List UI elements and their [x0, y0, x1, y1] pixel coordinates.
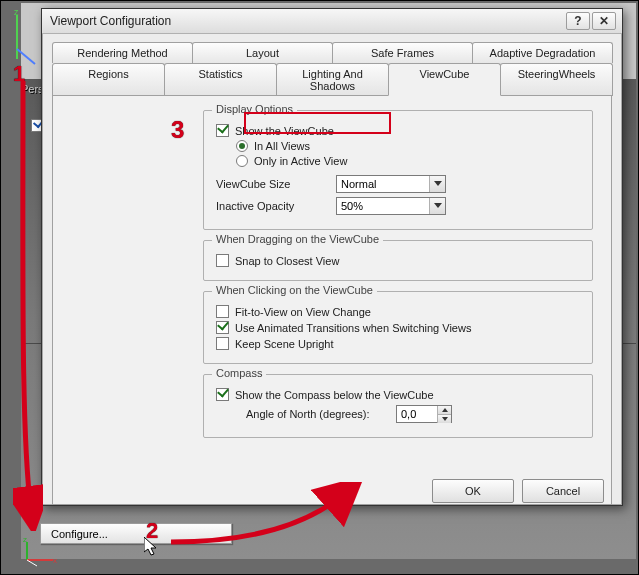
combo-viewcube-size[interactable]: Normal — [336, 175, 446, 193]
combo-viewcube-size-value: Normal — [341, 178, 376, 190]
legend-dragging: When Dragging on the ViewCube — [212, 233, 383, 245]
legend-display-options: Display Options — [212, 103, 297, 115]
spinner-angle-north[interactable]: 0,0 — [396, 405, 452, 423]
chevron-down-icon — [429, 176, 445, 192]
tab-safe-frames[interactable]: Safe Frames — [332, 42, 473, 63]
label-inactive-opacity: Inactive Opacity — [216, 200, 336, 212]
radio-in-all-views[interactable] — [236, 140, 248, 152]
radio-only-active-view[interactable] — [236, 155, 248, 167]
checkbox-show-compass[interactable] — [216, 388, 229, 401]
group-dragging: When Dragging on the ViewCube Snap to Cl… — [203, 240, 593, 281]
checkbox-fit-to-view[interactable] — [216, 305, 229, 318]
label-fit-to-view: Fit-to-View on View Change — [235, 306, 371, 318]
configure-menu-item[interactable]: Configure... — [40, 523, 232, 544]
svg-line-1 — [17, 49, 35, 64]
axis-gizmo-bottom-icon: z x — [19, 538, 59, 568]
tab-statistics[interactable]: Statistics — [164, 63, 277, 96]
label-keep-upright: Keep Scene Upright — [235, 338, 333, 350]
legend-clicking: When Clicking on the ViewCube — [212, 284, 377, 296]
svg-text:x: x — [53, 556, 57, 565]
combo-inactive-opacity[interactable]: 50% — [336, 197, 446, 215]
tab-panel-viewcube: Display Options Show the ViewCube In All… — [52, 95, 612, 505]
label-show-compass: Show the Compass below the ViewCube — [235, 389, 434, 401]
checkbox-show-viewcube[interactable] — [216, 124, 229, 137]
configure-menu-label: Configure... — [51, 528, 108, 540]
group-compass: Compass Show the Compass below the ViewC… — [203, 374, 593, 438]
legend-compass: Compass — [212, 367, 266, 379]
label-only-active-view: Only in Active View — [254, 155, 347, 167]
cancel-button[interactable]: Cancel — [522, 479, 604, 503]
dialog-titlebar[interactable]: Viewport Configuration ? ✕ — [42, 9, 622, 34]
tab-adaptive-degradation[interactable]: Adaptive Degradation — [472, 42, 613, 63]
tab-layout[interactable]: Layout — [192, 42, 333, 63]
label-in-all-views: In All Views — [254, 140, 310, 152]
tabs-row-2: Regions Statistics Lighting And Shadows … — [52, 63, 612, 96]
window-close-button[interactable]: ✕ — [592, 12, 616, 30]
checkbox-keep-upright[interactable] — [216, 337, 229, 350]
checkbox-animated-transitions[interactable] — [216, 321, 229, 334]
tab-viewcube[interactable]: ViewCube — [388, 63, 501, 96]
svg-text:z: z — [14, 9, 19, 17]
svg-marker-6 — [442, 417, 448, 421]
tab-regions[interactable]: Regions — [52, 63, 165, 96]
tab-steeringwheels[interactable]: SteeringWheels — [500, 63, 613, 96]
spinner-down-icon[interactable] — [438, 415, 451, 423]
svg-marker-3 — [434, 181, 442, 186]
spinner-up-icon[interactable] — [438, 406, 451, 415]
app-stage: z Perspective Viewport Configuration ? ✕… — [0, 0, 639, 575]
label-angle-north: Angle of North (degrees): — [246, 408, 396, 420]
tab-lighting-shadows[interactable]: Lighting And Shadows — [276, 63, 389, 96]
label-animated-transitions: Use Animated Transitions when Switching … — [235, 322, 471, 334]
label-show-viewcube: Show the ViewCube — [235, 125, 334, 137]
tabs-row-1: Rendering Method Layout Safe Frames Adap… — [52, 42, 612, 63]
svg-marker-4 — [434, 203, 442, 208]
svg-marker-5 — [442, 408, 448, 412]
label-viewcube-size: ViewCube Size — [216, 178, 336, 190]
axis-gizmo-icon: z — [11, 9, 41, 69]
chevron-down-icon — [429, 198, 445, 214]
combo-inactive-opacity-value: 50% — [341, 200, 363, 212]
svg-text:z: z — [23, 538, 27, 544]
viewport-configuration-dialog: Viewport Configuration ? ✕ Rendering Met… — [41, 8, 623, 506]
tab-rendering-method[interactable]: Rendering Method — [52, 42, 193, 63]
window-help-button[interactable]: ? — [566, 12, 590, 30]
group-display-options: Display Options Show the ViewCube In All… — [203, 110, 593, 230]
label-snap-closest: Snap to Closest View — [235, 255, 339, 267]
checkbox-snap-closest[interactable] — [216, 254, 229, 267]
spinner-angle-north-value: 0,0 — [397, 408, 437, 420]
dialog-title: Viewport Configuration — [50, 14, 564, 28]
group-clicking: When Clicking on the ViewCube Fit-to-Vie… — [203, 291, 593, 364]
ok-button[interactable]: OK — [432, 479, 514, 503]
